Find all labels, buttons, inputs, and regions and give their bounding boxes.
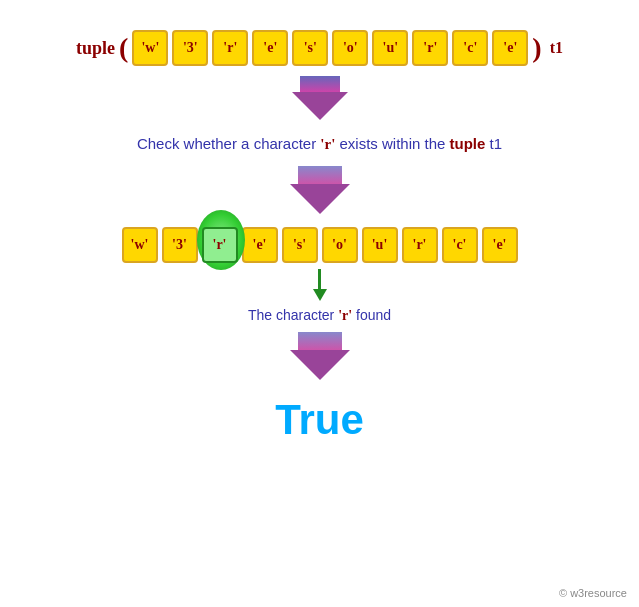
description-keyword: tuple — [450, 135, 486, 152]
description-text: Check whether a character 'r' exists wit… — [137, 135, 502, 153]
description-char: 'r' — [320, 136, 335, 152]
char-box-b6: 'u' — [362, 227, 398, 263]
watermark: © w3resource — [559, 587, 627, 599]
char-box-b3: 'e' — [242, 227, 278, 263]
char-box-9: 'e' — [492, 30, 528, 66]
char-box-b7: 'r' — [402, 227, 438, 263]
small-arrow-head — [313, 289, 327, 301]
char-box-b9: 'e' — [482, 227, 518, 263]
found-text: The character 'r' found — [248, 307, 391, 324]
tuple-row-highlighted-wrapper: 'w' '3' 'r' 'e' 's' 'o' 'u' 'r' 'c' 'e' — [122, 222, 518, 263]
small-arrow-shaft — [318, 269, 321, 289]
char-box-3: 'e' — [252, 30, 288, 66]
result-true: True — [275, 396, 364, 444]
arrow-shaft-1 — [300, 76, 340, 92]
char-box-b8: 'c' — [442, 227, 478, 263]
arrow-down-3 — [290, 332, 350, 380]
char-box-b5: 'o' — [322, 227, 358, 263]
paren-close: ) — [532, 34, 541, 62]
char-box-b1: '3' — [162, 227, 198, 263]
arrow-head-3 — [290, 350, 350, 380]
char-box-4: 's' — [292, 30, 328, 66]
arrow-down-2 — [290, 166, 350, 214]
tuple-label: tuple — [76, 38, 115, 59]
char-box-b2-highlight: 'r' — [202, 227, 238, 263]
char-box-2: 'r' — [212, 30, 248, 66]
t1-label: t1 — [550, 39, 563, 57]
arrow-shaft-3 — [298, 332, 342, 350]
char-box-1: '3' — [172, 30, 208, 66]
arrow-down-1 — [292, 76, 348, 120]
char-box-0: 'w' — [132, 30, 168, 66]
char-box-7: 'r' — [412, 30, 448, 66]
tuple-row-bottom: 'w' '3' 'r' 'e' 's' 'o' 'u' 'r' 'c' 'e' — [122, 227, 518, 263]
arrow-head-1 — [292, 92, 348, 120]
found-char: 'r' — [338, 308, 352, 323]
char-box-8: 'c' — [452, 30, 488, 66]
arrow-shaft-2 — [298, 166, 342, 184]
char-box-6: 'u' — [372, 30, 408, 66]
small-arrow-down — [313, 269, 327, 301]
tuple-row-top: tuple ( 'w' '3' 'r' 'e' 's' 'o' 'u' 'r' … — [76, 30, 563, 66]
char-box-5: 'o' — [332, 30, 368, 66]
arrow-head-2 — [290, 184, 350, 214]
char-box-b4: 's' — [282, 227, 318, 263]
main-container: tuple ( 'w' '3' 'r' 'e' 's' 'o' 'u' 'r' … — [0, 0, 639, 607]
char-box-b0: 'w' — [122, 227, 158, 263]
paren-open: ( — [119, 34, 128, 62]
